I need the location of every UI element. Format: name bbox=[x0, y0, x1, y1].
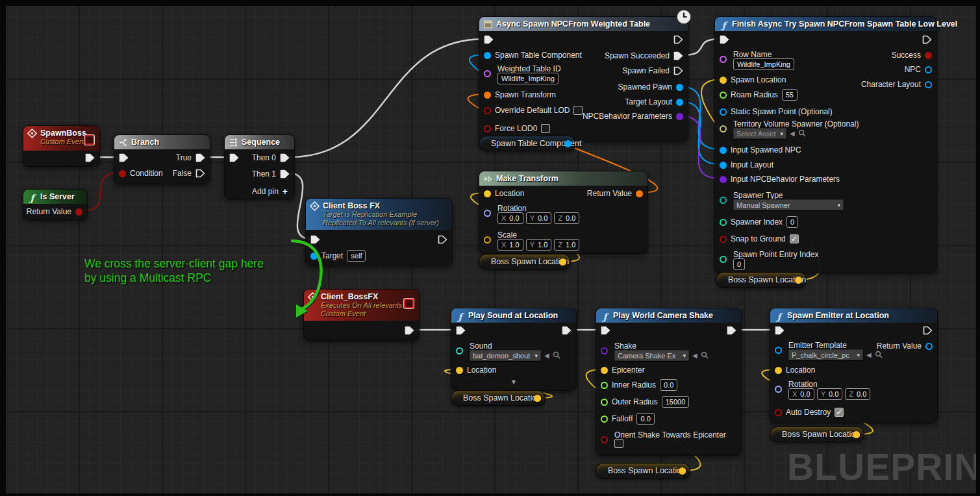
value-input[interactable]: self bbox=[347, 250, 366, 262]
checkbox[interactable] bbox=[573, 106, 583, 115]
variable-output-pin[interactable] bbox=[559, 258, 566, 266]
pin-static-spawn-point-optional[interactable] bbox=[720, 108, 727, 116]
asset-dropdown[interactable]: Manual Spawner▾ bbox=[733, 199, 844, 210]
pin-exec[interactable] bbox=[119, 153, 129, 162]
pin-target[interactable] bbox=[310, 253, 318, 260]
variable-output-pin[interactable] bbox=[853, 431, 860, 438]
pin-input-npcbehavior-parameters[interactable] bbox=[720, 176, 727, 183]
pin-exec[interactable] bbox=[922, 35, 932, 44]
pin-true[interactable] bbox=[195, 153, 205, 162]
vector-z-input[interactable]: Z1.0 bbox=[554, 239, 579, 251]
variable-output-pin[interactable] bbox=[679, 467, 686, 475]
node-clientbossfx-call[interactable]: Client Boss FXTarget is Replication Exam… bbox=[305, 198, 453, 266]
use-selected-icon[interactable]: ◀ bbox=[692, 353, 697, 359]
asset-dropdown[interactable]: bat_demon_shout▾ bbox=[470, 350, 541, 361]
pin-exec[interactable] bbox=[923, 326, 933, 335]
vector-z-input[interactable]: Z0.0 bbox=[845, 388, 870, 400]
node-header[interactable]: ƒPlay World Camera Shake bbox=[596, 308, 741, 323]
add-pin[interactable]: Add pin+ bbox=[252, 186, 288, 197]
pin-orient-shake-towards-epicenter[interactable] bbox=[601, 436, 608, 443]
pin-exec[interactable] bbox=[775, 326, 785, 335]
vector-x-input[interactable]: X0.0 bbox=[497, 212, 523, 224]
value-input[interactable]: 15000 bbox=[662, 396, 690, 408]
browse-icon[interactable] bbox=[553, 351, 560, 360]
variable-output-pin[interactable] bbox=[564, 140, 572, 147]
node-header[interactable]: ƒSpawn Emitter at Location bbox=[770, 308, 937, 323]
pin-exec[interactable] bbox=[85, 153, 95, 162]
pin-spawn-location[interactable] bbox=[720, 77, 727, 84]
node-finish-async[interactable]: ƒFinish Async Try Spawn NPCFrom Spawn Ta… bbox=[714, 16, 937, 273]
pin-npc[interactable] bbox=[925, 66, 932, 73]
pin-spawn-table-component[interactable] bbox=[484, 52, 491, 59]
pin-row-name[interactable] bbox=[720, 56, 727, 63]
node-spawnboss[interactable]: SpawnBossCustom Event bbox=[23, 125, 100, 167]
asset-dropdown[interactable]: P_chalk_circle_pc▾ bbox=[788, 349, 863, 360]
delegate-pin[interactable] bbox=[404, 299, 414, 308]
node-make-transform[interactable]: Make TransformLocationRotationX0.0Y0.0Z0… bbox=[479, 171, 648, 254]
pin-rotation[interactable] bbox=[775, 386, 782, 393]
vector-y-input[interactable]: Y0.0 bbox=[817, 388, 843, 400]
pin-return-value[interactable] bbox=[636, 190, 643, 197]
use-selected-icon[interactable]: ◀ bbox=[790, 130, 795, 137]
vector-y-input[interactable]: Y1.0 bbox=[526, 239, 552, 251]
pin-exec[interactable] bbox=[456, 326, 466, 335]
pin-force-lod0[interactable] bbox=[484, 125, 491, 132]
pin-false[interactable] bbox=[195, 169, 205, 178]
pin-return-value[interactable] bbox=[75, 208, 82, 216]
var-boss-spawn-location-3[interactable]: Boss Spawn Location bbox=[451, 390, 546, 406]
pin-exec[interactable] bbox=[720, 35, 729, 44]
browse-icon[interactable] bbox=[701, 351, 709, 360]
node-clientbossfx-event[interactable]: Client_BossFXExecutes On All relevantsCu… bbox=[303, 289, 420, 341]
value-input[interactable]: 55 bbox=[782, 89, 798, 101]
pin-npcbehavior-parameters[interactable] bbox=[676, 113, 683, 120]
pin-location[interactable] bbox=[484, 190, 491, 197]
pin-exec[interactable] bbox=[673, 35, 683, 44]
pin-then-1[interactable] bbox=[280, 169, 290, 179]
vector-x-input[interactable]: X0.0 bbox=[788, 388, 814, 400]
node-play-sound[interactable]: ƒPlay Sound at Location▼Soundbat_demon_s… bbox=[451, 308, 577, 391]
value-input[interactable]: 0 bbox=[786, 216, 798, 228]
browse-icon[interactable] bbox=[798, 129, 806, 138]
value-input[interactable]: Wildlife_ImpKing bbox=[497, 73, 559, 84]
variable-output-pin[interactable] bbox=[534, 395, 541, 402]
var-boss-spawn-location-5[interactable]: Boss Spawn Location bbox=[770, 427, 864, 442]
pin-condition[interactable] bbox=[119, 170, 126, 177]
pin-target-layout[interactable] bbox=[676, 99, 683, 106]
checkbox[interactable]: ✓ bbox=[790, 234, 799, 243]
value-input[interactable]: 0.0 bbox=[660, 379, 677, 391]
delegate-pin[interactable] bbox=[84, 135, 94, 145]
pin-location[interactable] bbox=[456, 367, 463, 374]
node-header[interactable]: Branch bbox=[114, 135, 210, 149]
node-async-spawn[interactable]: Async Spawn NPCFrom Weighted TableSpawn … bbox=[479, 16, 688, 142]
value-input[interactable]: Wildlife_ImpKing bbox=[733, 58, 794, 70]
pin-character-layout[interactable] bbox=[925, 81, 932, 88]
vector-z-input[interactable]: Z0.0 bbox=[554, 212, 579, 224]
graph-canvas[interactable]: SpawnBossCustom EventƒIs ServerReturn Va… bbox=[0, 0, 980, 496]
node-sequence[interactable]: SequenceAdd pin+Then 0Then 1 bbox=[224, 134, 295, 199]
pin-then-0[interactable] bbox=[280, 153, 290, 162]
pin-auto-destroy[interactable] bbox=[775, 409, 782, 416]
pin-spawner-type[interactable] bbox=[720, 197, 727, 204]
pin-spawn-transform[interactable] bbox=[484, 92, 491, 99]
checkbox[interactable] bbox=[541, 124, 550, 133]
pin-location[interactable] bbox=[775, 367, 782, 374]
pin-epicenter[interactable] bbox=[601, 367, 608, 374]
asset-dropdown[interactable]: Select Asset▾ bbox=[733, 128, 786, 139]
node-header[interactable]: Async Spawn NPCFrom Weighted Table bbox=[479, 17, 688, 31]
node-spawn-emitter[interactable]: ƒSpawn Emitter at LocationEmitter Templa… bbox=[770, 308, 938, 423]
var-boss-spawn-location-1[interactable]: Boss Spawn Location bbox=[479, 254, 571, 269]
node-header[interactable]: Make Transform bbox=[479, 171, 647, 186]
pin-inner-radius[interactable] bbox=[601, 382, 608, 389]
pin-scale[interactable] bbox=[484, 236, 491, 243]
expand-node-arrow[interactable]: ▼ bbox=[510, 378, 518, 386]
checkbox[interactable]: ✓ bbox=[835, 408, 844, 417]
pin-roam-radius[interactable] bbox=[720, 92, 727, 99]
pin-exec[interactable] bbox=[405, 326, 414, 335]
pin-input-spawned-npc[interactable] bbox=[720, 147, 727, 154]
node-header[interactable]: ƒFinish Async Try Spawn NPCFrom Spawn Ta… bbox=[715, 17, 936, 31]
value-input[interactable]: 0.0 bbox=[636, 413, 654, 425]
pin-exec[interactable] bbox=[438, 235, 447, 244]
pin-shake[interactable] bbox=[601, 347, 608, 354]
pin-exec[interactable] bbox=[562, 326, 572, 335]
pin-outer-radius[interactable] bbox=[601, 399, 608, 406]
